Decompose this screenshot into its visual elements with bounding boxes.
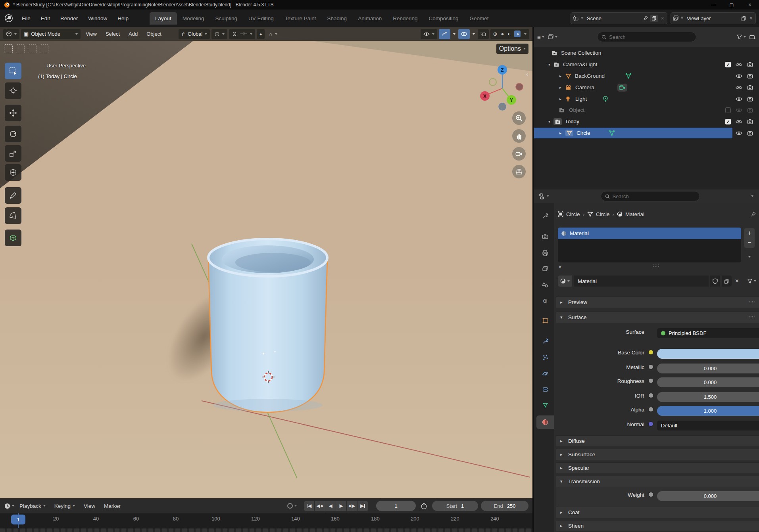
tool-move[interactable] <box>5 105 21 121</box>
properties-display-button[interactable] <box>539 193 549 200</box>
panel-preview[interactable]: ▸Preview∷∷ <box>556 297 759 308</box>
outliner-search[interactable] <box>597 32 696 42</box>
hide-eye-icon[interactable] <box>736 119 742 124</box>
outliner-row-background[interactable]: ▸ BackGround <box>534 71 759 81</box>
unlink-material-icon[interactable]: × <box>733 277 741 285</box>
timeline-track-strip[interactable] <box>0 528 532 532</box>
orthographic-toggle-button[interactable] <box>512 165 526 178</box>
surface-shader-field[interactable]: Principled BSDF <box>657 328 759 338</box>
current-frame-field[interactable]: 1 <box>376 501 416 511</box>
material-name-field[interactable]: Material <box>574 276 709 287</box>
viewport-menu-object[interactable]: Object <box>143 29 165 38</box>
shading-rendered-icon[interactable]: ◑ <box>514 31 521 37</box>
material-specials-button[interactable] <box>747 278 756 284</box>
tab-physics[interactable] <box>536 367 554 380</box>
timeline-ruler[interactable]: 20 40 60 80 100 120 140 160 180 200 220 … <box>0 513 532 528</box>
tab-output[interactable] <box>536 246 554 260</box>
new-scene-icon[interactable] <box>650 15 658 22</box>
workspace-tab-texture-paint[interactable]: Texture Paint <box>279 12 322 25</box>
render-visibility-icon[interactable] <box>747 73 753 78</box>
render-visibility-icon[interactable] <box>747 85 753 90</box>
tab-render[interactable] <box>536 230 554 243</box>
alpha-slider[interactable]: 1.000 <box>657 406 759 416</box>
minimize-button[interactable]: — <box>704 0 722 10</box>
workspace-tab-uv-editing[interactable]: UV Editing <box>243 12 279 25</box>
tab-scene[interactable] <box>536 278 554 291</box>
viewport-menu-view[interactable]: View <box>82 29 100 38</box>
camera-view-button[interactable] <box>512 147 526 161</box>
play-reverse-button[interactable]: ◀ <box>325 501 336 511</box>
metallic-slider[interactable]: 0.000 <box>657 364 759 373</box>
collection-checkbox[interactable]: ✓ <box>725 119 731 124</box>
new-material-copy-icon[interactable] <box>722 276 732 287</box>
select-mode-extend-icon[interactable] <box>16 44 25 53</box>
maximize-button[interactable]: ▢ <box>722 0 741 10</box>
new-collection-button[interactable] <box>749 34 756 40</box>
outliner-row-scene-collection[interactable]: Scene Collection <box>534 48 759 58</box>
menu-file[interactable]: File <box>17 13 36 24</box>
breadcrumb-data[interactable]: Circle <box>596 211 610 217</box>
slot-specials-caret[interactable] <box>744 252 755 260</box>
tab-object-data[interactable] <box>536 398 554 412</box>
render-visibility-icon[interactable] <box>747 130 753 136</box>
workspace-tab-geometry-nodes[interactable]: Geomet <box>464 12 494 25</box>
menu-edit[interactable]: Edit <box>36 13 55 24</box>
view-layer-browse-caret[interactable] <box>681 17 683 19</box>
remove-slot-button[interactable]: − <box>744 238 755 248</box>
shading-dropdown[interactable] <box>524 33 526 35</box>
overlays-dropdown[interactable] <box>471 29 476 39</box>
weight-socket[interactable] <box>648 492 653 497</box>
overlays-toggle[interactable] <box>458 29 470 39</box>
hide-eye-icon[interactable] <box>736 131 742 136</box>
xray-toggle[interactable] <box>478 29 489 39</box>
normal-field[interactable]: Default <box>657 421 759 431</box>
viewport-3d[interactable]: ▣ Object Mode View Select Add Object ↱ G… <box>0 27 532 498</box>
hide-eye-icon[interactable] <box>736 97 742 101</box>
alpha-socket[interactable] <box>648 407 653 412</box>
workspace-tab-rendering[interactable]: Rendering <box>387 12 423 25</box>
outliner-row-today[interactable]: ▾ Today ✓ <box>534 116 759 127</box>
hide-eye-icon[interactable] <box>736 85 742 90</box>
panel-surface[interactable]: ▾Surface∷∷ <box>556 312 759 323</box>
outliner-display-mode-button[interactable]: ≡ <box>537 34 544 40</box>
slot-list-grip[interactable]: ∷∷ <box>653 263 659 268</box>
workspace-tab-shading[interactable]: Shading <box>322 12 353 25</box>
roughness-socket[interactable] <box>648 378 653 383</box>
scene-browse-caret[interactable] <box>581 17 583 19</box>
outliner-search-input[interactable] <box>609 34 692 40</box>
roughness-slider[interactable]: 0.000 <box>657 377 759 387</box>
shading-material-icon[interactable]: ◐ <box>507 31 511 37</box>
tab-modifiers[interactable] <box>536 335 554 348</box>
pin-id-icon[interactable] <box>750 211 756 217</box>
tool-scale[interactable] <box>5 145 21 162</box>
pin-icon[interactable] <box>643 15 648 21</box>
material-slot-row[interactable]: Material <box>558 228 741 239</box>
properties-search[interactable] <box>601 191 700 201</box>
remove-view-layer-icon[interactable]: × <box>748 15 754 21</box>
proportional-editing-toggle[interactable]: ● <box>257 29 265 39</box>
timeline-menu-view[interactable]: View <box>80 501 99 511</box>
hide-eye-icon[interactable] <box>736 74 742 78</box>
blender-menu-logo-icon[interactable] <box>5 14 13 22</box>
add-slot-button[interactable]: + <box>744 228 755 238</box>
timeline-menu-playback[interactable]: Playback <box>16 501 49 511</box>
viewport-menu-add[interactable]: Add <box>125 29 141 38</box>
panel-specular[interactable]: ▸Specular <box>556 462 759 473</box>
proportional-falloff-dropdown[interactable]: ∩ <box>266 29 280 39</box>
ior-slider[interactable]: 1.500 <box>657 392 759 402</box>
tab-material[interactable] <box>536 415 554 429</box>
panel-diffuse[interactable]: ▸Diffuse <box>556 435 759 446</box>
tool-annotate[interactable] <box>5 187 21 204</box>
gizmos-toggle[interactable] <box>439 29 450 39</box>
sidebar-collapse-chevron[interactable]: ‹ <box>526 71 528 77</box>
outliner-row-circle[interactable]: ▸ Circle <box>534 128 759 138</box>
tab-view-layer[interactable] <box>536 262 554 276</box>
breadcrumb-material[interactable]: Material <box>625 211 644 217</box>
collection-checkbox[interactable]: ✓ <box>725 62 731 67</box>
expand-arrow-icon[interactable]: ▸ <box>559 131 561 135</box>
weight-slider[interactable]: 0.000 <box>657 491 759 501</box>
slot-list-expand-arrow[interactable]: ▸ <box>559 264 562 269</box>
playhead-current-frame[interactable]: 1 <box>11 515 25 524</box>
editor-type-button[interactable] <box>3 29 19 39</box>
jump-to-start-button[interactable]: ◀ <box>304 501 315 511</box>
